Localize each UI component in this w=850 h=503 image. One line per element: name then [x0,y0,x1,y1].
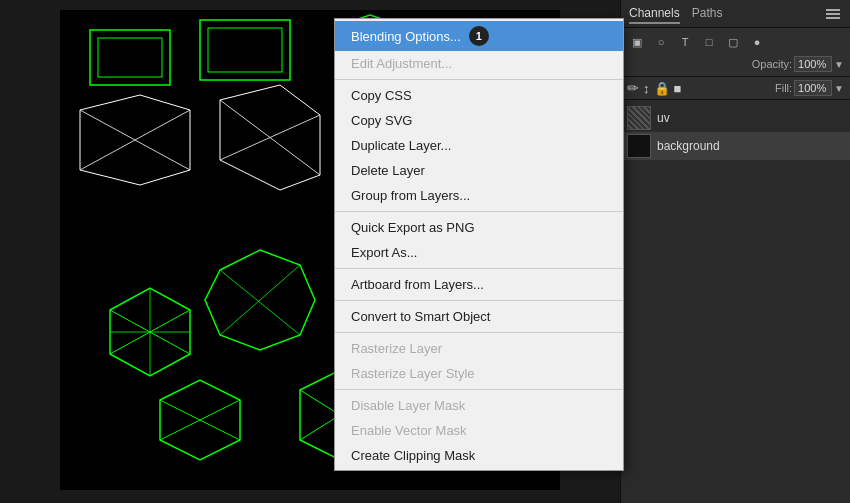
menu-item-quick-export-as-png[interactable]: Quick Export as PNG [335,215,623,240]
svg-line-24 [220,265,300,335]
menu-item-artboard-from-layers-[interactable]: Artboard from Layers... [335,272,623,297]
menu-item-export-as-[interactable]: Export As... [335,240,623,265]
fill-control: Fill: 100% ▼ [775,80,844,96]
menu-separator-2 [335,79,623,80]
menu-separator-18 [335,389,623,390]
settings-icon[interactable]: ● [747,32,767,52]
layer-thumb-background [627,134,651,158]
opacity-chevron[interactable]: ▼ [834,59,844,70]
menu-item-group-from-layers-[interactable]: Group from Layers... [335,183,623,208]
svg-rect-1 [98,38,162,77]
svg-line-12 [220,115,320,160]
move-icon[interactable]: ↕ [643,81,650,96]
opacity-label: Opacity: [752,58,792,70]
crop-icon[interactable]: □ [699,32,719,52]
layers-list: uv background [621,100,850,164]
svg-line-23 [220,270,300,335]
context-menu: Blending Options...1Edit Adjustment...Co… [334,18,624,471]
menu-item-label: Blending Options... [351,29,461,44]
fill-label: Fill: [775,82,792,94]
menu-item-badge: 1 [469,26,489,46]
tab-channels[interactable]: Channels [629,4,680,24]
menu-item-copy-css[interactable]: Copy CSS [335,83,623,108]
menu-item-edit-adjustment-: Edit Adjustment... [335,51,623,76]
svg-rect-3 [208,28,282,72]
panel-row2: ✏ ↕ 🔒 ■ Fill: 100% ▼ [621,77,850,100]
svg-rect-2 [200,20,290,80]
menu-item-blending-options-[interactable]: Blending Options...1 [335,21,623,51]
layer-name-uv: uv [657,111,670,125]
fill-value[interactable]: 100% [794,80,832,96]
panel-toolbar: ▣ ○ T □ ▢ ● Opacity: 100% ▼ [621,28,850,77]
panel-menu-icon[interactable] [826,6,842,22]
menu-item-duplicate-layer-[interactable]: Duplicate Layer... [335,133,623,158]
layer-thumbnail-icon[interactable]: ▣ [627,32,647,52]
fill-chevron[interactable]: ▼ [834,83,844,94]
lock-icon[interactable]: 🔒 [654,81,670,96]
menu-item-rasterize-layer-style: Rasterize Layer Style [335,361,623,386]
layer-name-background: background [657,139,720,153]
menu-item-create-clipping-mask[interactable]: Create Clipping Mask [335,443,623,468]
right-panel: Channels Paths ▣ ○ T □ ▢ ● Opacity: 100%… [620,0,850,503]
menu-item-rasterize-layer: Rasterize Layer [335,336,623,361]
menu-separator-11 [335,268,623,269]
mask-icon[interactable]: ▢ [723,32,743,52]
fx-icon[interactable]: ○ [651,32,671,52]
menu-item-copy-svg[interactable]: Copy SVG [335,108,623,133]
lock2-icon[interactable]: ■ [674,81,682,96]
menu-separator-15 [335,332,623,333]
menu-separator-13 [335,300,623,301]
layer-item-background[interactable]: background [621,132,850,160]
menu-item-enable-vector-mask: Enable Vector Mask [335,418,623,443]
brush-icon[interactable]: ✏ [627,80,639,96]
menu-item-delete-layer[interactable]: Delete Layer [335,158,623,183]
menu-item-convert-to-smart-object[interactable]: Convert to Smart Object [335,304,623,329]
text-icon[interactable]: T [675,32,695,52]
menu-item-disable-layer-mask: Disable Layer Mask [335,393,623,418]
menu-separator-8 [335,211,623,212]
opacity-control: Opacity: 100% ▼ [752,56,844,72]
layer-item-uv[interactable]: uv [621,104,850,132]
panel-tabs: Channels Paths [621,0,850,28]
opacity-value[interactable]: 100% [794,56,832,72]
layer-thumb-uv [627,106,651,130]
tab-paths[interactable]: Paths [692,4,723,24]
